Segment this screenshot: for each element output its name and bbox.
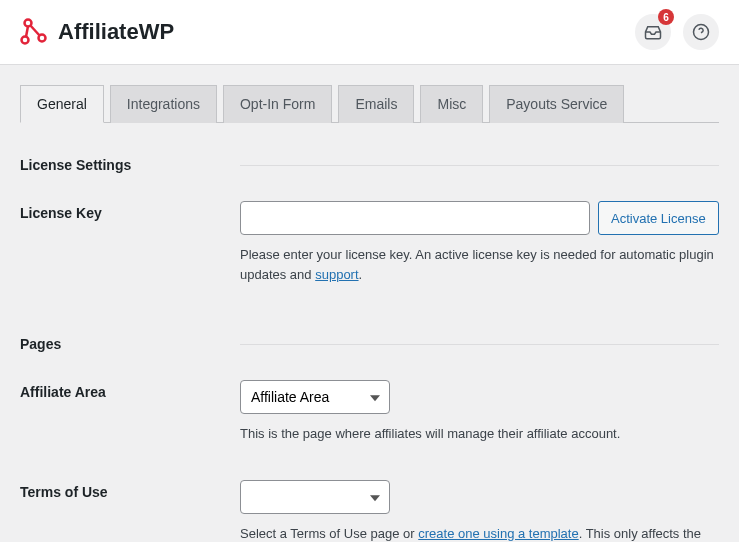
tab-general[interactable]: General (20, 85, 104, 123)
divider (240, 165, 719, 166)
settings-tabs: General Integrations Opt-In Form Emails … (20, 85, 719, 123)
app-header: AffiliateWP 6 (0, 0, 739, 65)
svg-point-1 (22, 37, 29, 44)
affiliate-area-label: Affiliate Area (20, 380, 240, 400)
affiliate-area-help: This is the page where affiliates will m… (240, 424, 719, 444)
support-link[interactable]: support (315, 267, 358, 282)
affiliate-area-select[interactable]: Affiliate Area (240, 380, 390, 414)
help-button[interactable] (683, 14, 719, 50)
license-key-row: License Key Activate License Please ente… (20, 183, 719, 302)
svg-line-3 (26, 26, 28, 37)
help-icon (692, 23, 710, 41)
inbox-icon (644, 23, 662, 41)
settings-form: License Settings License Key Activate Li… (20, 143, 719, 542)
license-key-input[interactable] (240, 201, 590, 235)
license-settings-heading-row: License Settings (20, 143, 719, 183)
license-key-field: Activate License Please enter your licen… (240, 201, 719, 284)
create-template-link[interactable]: create one using a template (418, 526, 578, 541)
affiliatewp-icon (20, 18, 48, 46)
tab-payouts-service[interactable]: Payouts Service (489, 85, 624, 123)
pages-heading: Pages (20, 336, 240, 352)
terms-of-use-label: Terms of Use (20, 480, 240, 500)
divider (240, 344, 719, 345)
terms-of-use-field: Select a Terms of Use page or create one… (240, 480, 719, 543)
tab-integrations[interactable]: Integrations (110, 85, 217, 123)
terms-of-use-help: Select a Terms of Use page or create one… (240, 524, 719, 543)
tab-emails[interactable]: Emails (338, 85, 414, 123)
affiliate-area-field: Affiliate Area This is the page where af… (240, 380, 719, 444)
affiliate-area-row: Affiliate Area Affiliate Area This is th… (20, 362, 719, 462)
terms-of-use-select[interactable] (240, 480, 390, 514)
inbox-button[interactable]: 6 (635, 14, 671, 50)
brand-name: AffiliateWP (58, 19, 174, 45)
license-key-label: License Key (20, 201, 240, 221)
main-content: General Integrations Opt-In Form Emails … (0, 65, 739, 542)
pages-heading-row: Pages (20, 322, 719, 362)
notification-badge: 6 (658, 9, 674, 25)
svg-line-4 (30, 25, 40, 36)
license-settings-heading: License Settings (20, 157, 240, 173)
tab-misc[interactable]: Misc (420, 85, 483, 123)
terms-of-use-row: Terms of Use Select a Terms of Use page … (20, 462, 719, 543)
brand-logo: AffiliateWP (20, 18, 174, 46)
activate-license-button[interactable]: Activate License (598, 201, 719, 235)
license-key-help: Please enter your license key. An active… (240, 245, 719, 284)
tab-opt-in-form[interactable]: Opt-In Form (223, 85, 332, 123)
header-actions: 6 (635, 14, 719, 50)
